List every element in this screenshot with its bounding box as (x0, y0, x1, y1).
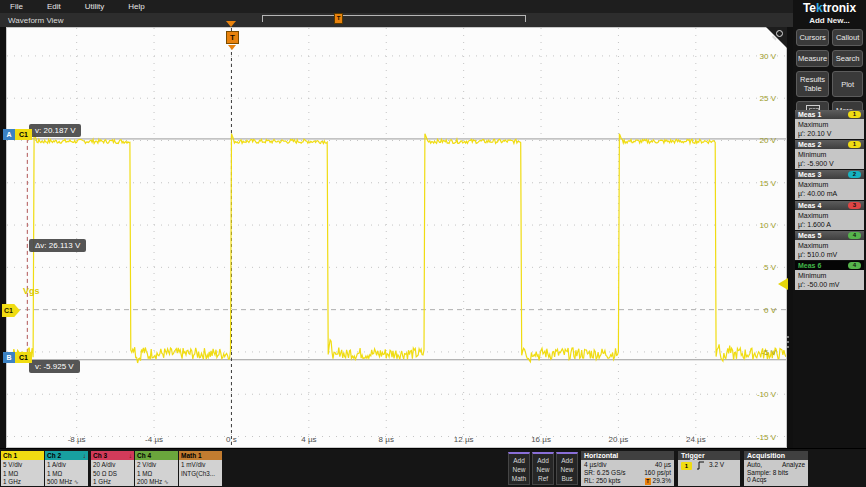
meas-5-badge[interactable]: Meas 54 Maximumµ′: 510.0 mV (795, 231, 864, 260)
trigger-source-badge: 1 (681, 462, 692, 470)
trigger-level-arrow[interactable] (778, 278, 788, 290)
plot-button[interactable]: Plot (832, 71, 863, 97)
cursor-a-channel-badge[interactable]: C1 (15, 129, 32, 140)
trigger-position-icon: T (645, 478, 651, 485)
meas-4-source-badge: 3 (848, 202, 861, 209)
record-trigger-marker-icon[interactable]: T (334, 13, 343, 24)
right-panel: Tektronix Add New... Cursors Callout Mea… (793, 0, 866, 448)
svg-text:4 µs: 4 µs (301, 435, 316, 444)
trigger-panel[interactable]: Trigger 1 3.2 V (678, 451, 740, 486)
waveform-graticule[interactable]: -8 µs-4 µs0 s4 µs8 µs12 µs16 µs20 µs24 µ… (6, 27, 787, 448)
svg-text:5 V: 5 V (764, 263, 777, 272)
channel-4-badge[interactable]: Ch 4 2 V/div1 MΩ200 MHz ∿ (135, 451, 178, 486)
meas-6-source-badge: 4 (848, 262, 861, 269)
channel-2-badge[interactable]: Ch 2↓ 1 A/div1 MΩ500 MHz ∿ (45, 451, 88, 486)
search-button[interactable]: Search (832, 50, 863, 67)
tool-button-grid: Cursors Callout Measure Search Results T… (793, 25, 866, 119)
bandwidth-limit-icon: ∿ (74, 479, 79, 485)
cursor-a-handle[interactable]: A (3, 129, 15, 140)
magnifier-icon (776, 30, 783, 37)
acquisition-panel[interactable]: Acquisition Auto,Analyze Sample: 8 bits … (744, 451, 808, 486)
svg-text:24 µs: 24 µs (686, 435, 706, 444)
svg-text:25 V: 25 V (760, 94, 777, 103)
svg-text:12 µs: 12 µs (454, 435, 474, 444)
rising-edge-icon (696, 461, 705, 470)
svg-text:20 V: 20 V (760, 136, 777, 145)
svg-text:0 V: 0 V (764, 306, 777, 315)
add-new-label: Add New... (793, 16, 866, 25)
cursor-b-handle[interactable]: B (3, 352, 15, 363)
menu-file[interactable]: File (10, 2, 23, 11)
menu-utility[interactable]: Utility (85, 2, 105, 11)
meas-3-source-badge: 2 (848, 171, 861, 178)
svg-text:8 µs: 8 µs (379, 435, 394, 444)
meas-3-badge[interactable]: Meas 32 Maximumµ′: 40.00 mA (795, 170, 864, 199)
svg-text:0 s: 0 s (226, 435, 237, 444)
tab-bar: Waveform View T (0, 13, 793, 27)
tab-waveform-view[interactable]: Waveform View (8, 16, 64, 25)
trigger-position-marker[interactable]: T (226, 31, 239, 44)
math-1-badge[interactable]: Math 1 1 mV/divINTG(Ch3... (179, 451, 222, 486)
svg-text:-10 V: -10 V (757, 390, 777, 399)
svg-text:30 V: 30 V (760, 52, 777, 61)
svg-text:20 µs: 20 µs (609, 435, 629, 444)
meas-1-badge[interactable]: Meas 11 Maximumµ′: 20.10 V (795, 110, 864, 139)
svg-text:-4 µs: -4 µs (145, 435, 163, 444)
svg-text:16 µs: 16 µs (531, 435, 551, 444)
measurement-list: Meas 11 Maximumµ′: 20.10 V Meas 21 Minim… (795, 110, 864, 291)
cursor-delta-readout: Δv: 26.113 V (29, 239, 86, 252)
svg-text:-15 V: -15 V (757, 433, 777, 442)
tektronix-logo: Tektronix (793, 1, 866, 15)
clipping-arrow-icon: ↓ (83, 451, 86, 460)
add-new-bus-button[interactable]: AddNewBus (556, 452, 578, 485)
cursor-a-readout: v: 20.187 V (29, 124, 81, 137)
record-view-bar[interactable] (262, 15, 526, 22)
meas-2-source-badge: 1 (848, 141, 861, 148)
meas-1-source-badge: 1 (848, 111, 861, 118)
channel-3-badge[interactable]: Ch 3↓ 20 A/div50 Ω DS1 GHz (91, 451, 134, 486)
cursors-button[interactable]: Cursors (796, 29, 829, 46)
add-new-ref-button[interactable]: AddNewRef (532, 452, 554, 485)
meas-5-source-badge: 4 (848, 232, 861, 239)
meas-6-badge[interactable]: Meas 64 Minimumµ′: -50.00 mV (795, 261, 864, 290)
svg-text:10 V: 10 V (760, 221, 777, 230)
meas-2-badge[interactable]: Meas 21 Minimumµ′: -5.900 V (795, 140, 864, 169)
oscilloscope-app: File Edit Utility Help Waveform View T -… (0, 0, 866, 487)
settings-bar: Ch 1 5 V/div1 MΩ1 GHz Ch 2↓ 1 A/div1 MΩ5… (0, 448, 866, 487)
channel-1-badge[interactable]: Ch 1 5 V/div1 MΩ1 GHz (1, 451, 44, 486)
measure-button[interactable]: Measure (796, 50, 829, 67)
callout-vgs[interactable]: Vgs (23, 286, 40, 296)
clipping-arrow-icon: ↓ (129, 451, 132, 460)
cursor-b-readout: v: -5.925 V (29, 360, 80, 373)
svg-text:-5 V: -5 V (761, 348, 776, 357)
meas-4-badge[interactable]: Meas 43 Maximumµ′: 1.600 A (795, 201, 864, 230)
menu-edit[interactable]: Edit (47, 2, 61, 11)
menu-bar: File Edit Utility Help (0, 0, 793, 13)
callout-button[interactable]: Callout (832, 29, 863, 46)
trigger-position-marker-tail (228, 45, 236, 50)
svg-text:15 V: 15 V (760, 179, 777, 188)
menu-help[interactable]: Help (128, 2, 144, 11)
bandwidth-limit-icon: ∿ (164, 479, 169, 485)
add-new-math-button[interactable]: AddNewMath (508, 452, 530, 485)
waveform-canvas: -8 µs-4 µs0 s4 µs8 µs12 µs16 µs20 µs24 µ… (7, 28, 786, 447)
horizontal-panel[interactable]: Horizontal 4 µs/div40 µs SR: 6.25 GS/s16… (581, 451, 674, 486)
svg-text:-8 µs: -8 µs (68, 435, 86, 444)
results-table-button[interactable]: Results Table (796, 71, 829, 97)
panel-drag-handle[interactable] (787, 336, 789, 338)
cursor-b-channel-badge[interactable]: C1 (15, 352, 32, 363)
